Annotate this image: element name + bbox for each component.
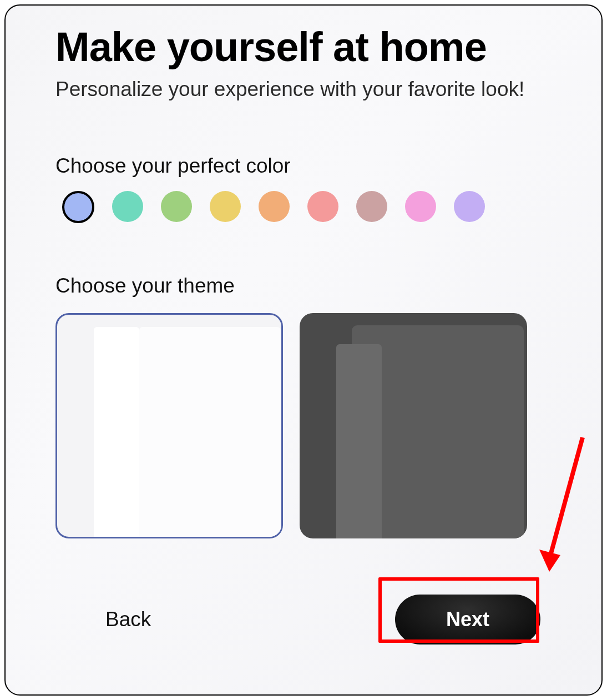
theme-option-dark[interactable]: [300, 313, 527, 538]
color-swatch-blue[interactable]: [62, 191, 94, 223]
theme-light-preview-sidebar: [94, 327, 139, 538]
color-swatch-pink[interactable]: [405, 191, 436, 222]
theme-light-preview-main: [139, 327, 281, 538]
theme-option-light[interactable]: [55, 313, 283, 538]
color-swatch-mauve[interactable]: [356, 191, 387, 222]
theme-options-row: [55, 313, 552, 538]
personalize-dialog: Make yourself at home Personalize your e…: [4, 4, 603, 696]
dialog-content: Make yourself at home Personalize your e…: [6, 6, 601, 538]
color-swatch-purple[interactable]: [454, 191, 485, 222]
theme-section: Choose your theme: [55, 274, 552, 538]
color-section-label: Choose your perfect color: [55, 154, 552, 178]
back-button[interactable]: Back: [105, 608, 151, 631]
color-swatch-yellow[interactable]: [210, 191, 241, 222]
theme-dark-preview-sidebar: [336, 344, 382, 538]
color-section: Choose your perfect color: [55, 154, 552, 223]
color-swatch-teal[interactable]: [112, 191, 143, 222]
theme-section-label: Choose your theme: [55, 274, 552, 298]
svg-marker-1: [539, 550, 560, 572]
color-swatch-green[interactable]: [161, 191, 192, 222]
page-title: Make yourself at home: [55, 26, 552, 69]
color-swatch-orange[interactable]: [259, 191, 290, 222]
dialog-footer: Back Next: [6, 572, 601, 694]
color-swatch-coral[interactable]: [307, 191, 338, 222]
color-swatch-row: [55, 191, 552, 223]
page-subtitle: Personalize your experience with your fa…: [55, 78, 552, 101]
next-button[interactable]: Next: [395, 595, 540, 644]
